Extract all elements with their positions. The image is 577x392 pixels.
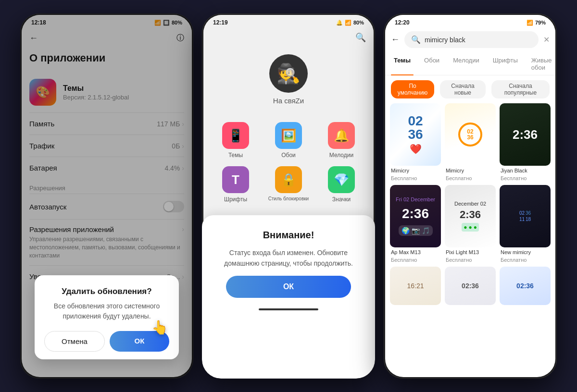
theme-preview-3: 2:36 (500, 103, 551, 166)
attention-ok-button[interactable]: ОК (226, 276, 351, 298)
theme-card-5[interactable]: December 02 2:36 ● ● ● Pixi Light M13 Бе… (445, 185, 496, 263)
phone-1: 12:18 📶 🔲 80% ← ⓘ О приложении (20, 13, 193, 379)
grid-item-wallpapers[interactable]: 🖼️ Обои (266, 122, 311, 159)
ringtones-label: Мелодии (329, 152, 353, 159)
filter-newest[interactable]: Сначала новые (440, 80, 486, 98)
profile-section: 🕵️ На свяZи (203, 47, 374, 118)
theme-price-3: Бесплатно (500, 175, 551, 181)
theme-price-4: Бесплатно (390, 257, 441, 263)
search-box[interactable]: 🔍 mimicry black (404, 31, 539, 48)
dialog-buttons-1: Отмена ОК (44, 331, 169, 352)
battery-2: 80% (353, 20, 364, 25)
theme-price-6: Бесплатно (500, 257, 551, 263)
filter-row: По умолчанию Сначала новые Сначала попул… (385, 75, 555, 103)
tabs-row: Темы Обои Мелодии Шрифты Живые обои (385, 51, 555, 75)
search-bar-row: ← 🔍 mimicry black ✕ (385, 28, 555, 51)
clock-4: 2:36 (402, 206, 429, 221)
grid-item-fonts[interactable]: T Шрифты (213, 166, 258, 203)
theme-preview-6: 0236 1118 (500, 185, 551, 247)
battery-3: 79% (535, 20, 546, 25)
themes-grid: 0236 ❤️ Mimicry Бесплатно 02 36 (385, 103, 555, 305)
theme-name-1: Mimicry (390, 168, 441, 173)
tab-live-wallpapers[interactable]: Живые обои (528, 53, 555, 75)
status-icons-3: 📶 79% (527, 20, 546, 26)
grid-icons: 📱 Темы 🖼️ Обои 🔔 Мелодии (203, 118, 374, 210)
cursor-hand: 👆 (151, 319, 168, 335)
clear-search-button[interactable]: ✕ (543, 35, 550, 44)
tab-wallpapers[interactable]: Обои (421, 53, 442, 75)
fonts-label: Шрифты (224, 196, 247, 203)
grid-item-themes[interactable]: 📱 Темы (213, 122, 258, 159)
theme-preview-2: 02 36 (445, 103, 496, 166)
theme-preview-5: December 02 2:36 ● ● ● (445, 185, 496, 247)
theme-name-6: New mimicry (500, 249, 551, 255)
filter-popular[interactable]: Сначала популярные (491, 80, 550, 98)
theme-card-4[interactable]: Fri 02 December 2:36 🌍 📷 🎵 Ap Max M13 Бе… (390, 185, 441, 263)
theme-card-3[interactable]: 2:36 Jiyan Black Бесплатно (500, 103, 551, 181)
themes-label: Темы (228, 152, 243, 159)
tab-fonts[interactable]: Шрифты (490, 53, 521, 75)
clock-grid-6: 0236 1118 (519, 210, 531, 222)
icons-icon: 💎 (334, 172, 349, 187)
attention-dialog: Внимание! Статус входа был изменен. Обно… (203, 215, 374, 377)
search-icon[interactable]: 🔍 (355, 32, 366, 43)
clock-1: 0236 (408, 114, 423, 141)
theme-preview-9: 02:36 (500, 267, 551, 305)
theme-card-6[interactable]: 0236 1118 New mimicry Бесплатно (500, 185, 551, 263)
wifi-icon-3: 📶 (527, 20, 533, 26)
theme-card-7[interactable]: 16:21 (390, 267, 441, 305)
wallpapers-label: Обои (281, 152, 296, 159)
grid-item-icons[interactable]: 💎 Значки (319, 166, 364, 203)
ringtones-icon: 🔔 (334, 128, 349, 143)
theme-price-1: Бесплатно (390, 175, 441, 181)
search-input[interactable]: mimicry black (425, 36, 465, 44)
notif-icon: 🔔 (336, 20, 343, 26)
theme-preview-1: 0236 ❤️ (390, 103, 441, 166)
circle-clock: 02 36 (458, 122, 482, 147)
dialog-title-1: Удалить обновления? (44, 287, 169, 296)
themes-icon: 📱 (228, 128, 243, 143)
dialog-overlay-1: Удалить обновления? Все обновления этого… (22, 15, 192, 377)
clock-3: 2:36 (513, 128, 538, 141)
preview-date-4: Fri 02 December (396, 196, 435, 202)
cancel-button[interactable]: Отмена (44, 331, 105, 352)
fonts-icon: T (232, 172, 239, 187)
heart-icon: ❤️ (410, 143, 422, 155)
theme-preview-8: 02:36 (445, 267, 496, 305)
profile-name: На свяZи (273, 97, 304, 105)
profile-avatar[interactable]: 🕵️ (269, 54, 308, 93)
theme-card-1[interactable]: 0236 ❤️ Mimicry Бесплатно (390, 103, 441, 181)
lockscreen-icon: 🔒 (281, 172, 296, 187)
dialog-message-1: Все обновления этого системного приложен… (44, 301, 169, 321)
theme-preview-4: Fri 02 December 2:36 🌍 📷 🎵 (390, 185, 441, 247)
avatar-emoji: 🕵️ (276, 62, 301, 85)
circle-clock-text: 02 36 (467, 129, 473, 140)
status-bar-2: 12:19 🔔 📶 80% (203, 15, 374, 28)
bottom-bar-2 (259, 308, 319, 310)
icons-label: Значки (332, 196, 351, 203)
theme-name-2: Mimicry (445, 168, 496, 173)
phone-3: 12:20 📶 79% ← 🔍 mimicry black ✕ Темы Обо… (384, 13, 557, 379)
grid-item-ringtones[interactable]: 🔔 Мелодии (319, 122, 364, 159)
theme-card-8[interactable]: 02:36 (445, 267, 496, 305)
wifi-icon-2: 📶 (345, 20, 351, 26)
lockscreen-label: Стиль блокировки (268, 196, 309, 201)
icons-icon-bg: 💎 (328, 166, 355, 193)
theme-preview-7: 16:21 (390, 267, 441, 305)
preview-date-5: December 02 (454, 201, 486, 207)
preview-icons-5: ● ● ● (462, 223, 479, 232)
back-button-3[interactable]: ← (391, 35, 400, 45)
tab-ringtones[interactable]: Мелодии (450, 53, 482, 75)
theme-price-2: Бесплатно (445, 175, 496, 181)
theme-card-2[interactable]: 02 36 Mimicry Бесплатно (445, 103, 496, 181)
ringtones-icon-bg: 🔔 (328, 122, 355, 149)
grid-item-lockscreen[interactable]: 🔒 Стиль блокировки (266, 166, 311, 203)
filter-default[interactable]: По умолчанию (391, 80, 434, 98)
preview-icons-4: 🌍 📷 🎵 (399, 225, 433, 236)
theme-card-9[interactable]: 02:36 (500, 267, 551, 305)
theme-name-4: Ap Max M13 (390, 249, 441, 255)
attention-title: Внимание! (263, 230, 314, 241)
time-2: 12:19 (213, 19, 228, 26)
attention-message: Статус входа был изменен. Обновите домаш… (213, 247, 364, 269)
tab-themes[interactable]: Темы (391, 53, 414, 75)
